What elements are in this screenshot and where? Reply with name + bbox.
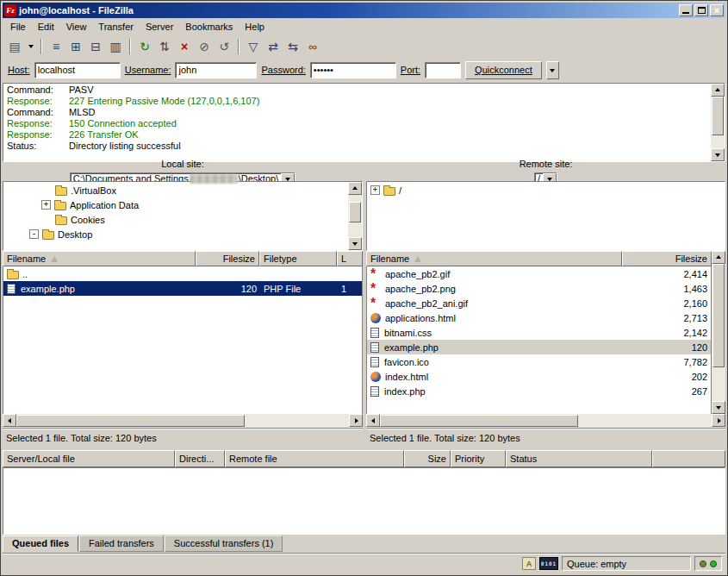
icon-file-icon	[370, 357, 379, 367]
remote-file-row[interactable]: apache_pb2.gif2,414	[367, 266, 711, 281]
scroll-left-button[interactable]	[366, 414, 380, 427]
expand-icon[interactable]: +	[370, 185, 380, 195]
expand-icon[interactable]: +	[41, 200, 51, 210]
toggle-local-tree-button[interactable]: ⊞	[66, 37, 85, 55]
parent-dir-row[interactable]: ..	[3, 266, 362, 281]
site-manager-dropdown[interactable]	[25, 37, 36, 55]
column-header-filesize[interactable]: Filesize	[622, 251, 712, 266]
ascii-transfer-type-icon[interactable]: A	[522, 557, 536, 570]
remote-tree-icon: ⊟	[90, 41, 101, 53]
filter-button[interactable]: ▽	[244, 37, 263, 55]
column-header-priority[interactable]: Priority	[451, 450, 506, 467]
reconnect-button[interactable]: ↺	[215, 37, 233, 55]
menu-transfer[interactable]: Transfer	[92, 20, 140, 34]
password-input[interactable]	[310, 62, 396, 78]
cancel-button[interactable]: ×	[175, 37, 194, 55]
folder-icon	[383, 187, 395, 196]
message-log-icon: ≡	[53, 41, 59, 53]
statusbar: A 0101 Queue: empty	[3, 553, 725, 573]
column-header-filetype[interactable]: Filetype	[259, 251, 337, 266]
scroll-down-button[interactable]	[712, 401, 725, 414]
site-manager-button[interactable]: ▤	[5, 37, 24, 55]
refresh-button[interactable]: ↻	[135, 37, 154, 55]
scroll-up-button[interactable]	[712, 251, 725, 264]
column-header-status[interactable]: Status	[506, 450, 652, 467]
scroll-left-button[interactable]	[3, 414, 16, 427]
compare-button[interactable]: ⇄	[264, 37, 283, 55]
sync-browse-button[interactable]: ⇆	[283, 37, 302, 55]
remote-file-row[interactable]: index.html202	[367, 369, 711, 384]
tree-item[interactable]: + Application Data	[3, 197, 348, 212]
local-tree: .VirtualBox + Application Data Cookies -…	[3, 181, 363, 251]
tab-queued-files[interactable]: Queued files	[3, 535, 78, 552]
folder-icon	[55, 187, 67, 196]
quickconnect-dropdown[interactable]	[546, 61, 559, 79]
disconnect-button[interactable]: ⊘	[195, 37, 214, 55]
php-file-icon	[370, 386, 379, 397]
local-hscrollbar[interactable]	[3, 414, 363, 428]
close-button[interactable]: ×	[710, 4, 724, 16]
tree-item[interactable]: Cookies	[3, 212, 348, 227]
menu-file[interactable]: File	[4, 20, 32, 34]
menu-view[interactable]: View	[60, 20, 93, 34]
column-header-direction[interactable]: Directi...	[175, 450, 225, 467]
local-tree-scrollbar[interactable]	[348, 182, 362, 250]
column-header-filesize[interactable]: Filesize	[196, 251, 259, 266]
scrollbar-thumb[interactable]	[16, 415, 245, 427]
column-header-remote-file[interactable]: Remote file	[225, 450, 404, 467]
menu-edit[interactable]: Edit	[32, 20, 60, 34]
host-input[interactable]	[34, 62, 121, 78]
username-input[interactable]	[175, 62, 257, 78]
scroll-down-button[interactable]	[348, 237, 362, 250]
scroll-up-button[interactable]	[711, 84, 725, 97]
column-header-size[interactable]: Size	[404, 450, 451, 467]
scroll-right-button[interactable]	[712, 414, 725, 427]
menubar: File Edit View Transfer Server Bookmarks…	[3, 18, 725, 35]
remote-file-row[interactable]: applications.html2,713	[367, 310, 711, 325]
remote-file-row[interactable]: bitnami.css2,142	[367, 325, 711, 340]
tab-successful-transfers[interactable]: Successful transfers (1)	[165, 535, 283, 552]
toggle-message-log-button[interactable]: ≡	[47, 37, 65, 55]
minimize-icon	[682, 12, 689, 14]
arrow-down-icon	[716, 406, 721, 412]
remote-list-scrollbar[interactable]	[712, 251, 725, 414]
column-header-filename[interactable]: Filename	[366, 251, 622, 266]
remote-hscrollbar[interactable]	[366, 414, 725, 428]
menu-bookmarks[interactable]: Bookmarks	[179, 20, 239, 34]
port-input[interactable]	[425, 62, 461, 78]
filezilla-window: Fz john@localhost - FileZilla × File Edi…	[0, 0, 728, 576]
quickconnect-button[interactable]: Quickconnect	[465, 61, 542, 79]
scrollbar-thumb[interactable]	[712, 97, 724, 135]
tab-failed-transfers[interactable]: Failed transfers	[79, 535, 164, 552]
menu-help[interactable]: Help	[239, 20, 271, 34]
column-header-filename[interactable]: Filename	[3, 251, 196, 266]
local-file-row-selected[interactable]: example.php 120 PHP File 1	[3, 281, 362, 296]
scroll-up-button[interactable]	[348, 182, 362, 195]
tree-item[interactable]: .VirtualBox	[3, 183, 348, 197]
scroll-right-button[interactable]	[349, 414, 363, 427]
local-list-header: Filename Filesize Filetype L	[3, 251, 363, 266]
process-queue-button[interactable]: ⇅	[155, 37, 174, 55]
remote-file-row[interactable]: favicon.ico7,782	[367, 354, 711, 369]
column-header-modified[interactable]: L	[337, 251, 363, 266]
remote-file-row[interactable]: apache_pb2_ani.gif2,160	[367, 296, 711, 310]
scrollbar-thumb[interactable]	[349, 202, 361, 222]
toggle-remote-tree-button[interactable]: ⊟	[86, 37, 105, 55]
scrollbar-thumb[interactable]	[712, 264, 725, 367]
log-scrollbar[interactable]	[711, 84, 725, 161]
find-button[interactable]: ∞	[303, 37, 322, 55]
maximize-button[interactable]	[694, 4, 708, 16]
tree-item[interactable]: - Desktop	[3, 227, 348, 241]
binary-transfer-type-icon[interactable]: 0101	[539, 557, 558, 570]
tree-item[interactable]: + /	[367, 183, 725, 197]
remote-file-row[interactable]: index.php267	[367, 384, 711, 398]
remote-file-row-highlighted[interactable]: example.php120	[367, 340, 711, 354]
menu-server[interactable]: Server	[140, 20, 179, 34]
scrollbar-thumb[interactable]	[380, 415, 578, 427]
column-header-server-local-file[interactable]: Server/Local file	[3, 450, 175, 467]
queue-tabs: Queued files Failed transfers Successful…	[3, 535, 725, 553]
remote-file-row[interactable]: apache_pb2.png1,463	[367, 281, 711, 296]
toggle-queue-button[interactable]: ▥	[106, 37, 125, 55]
minimize-button[interactable]	[679, 4, 693, 16]
collapse-icon[interactable]: -	[29, 229, 39, 239]
